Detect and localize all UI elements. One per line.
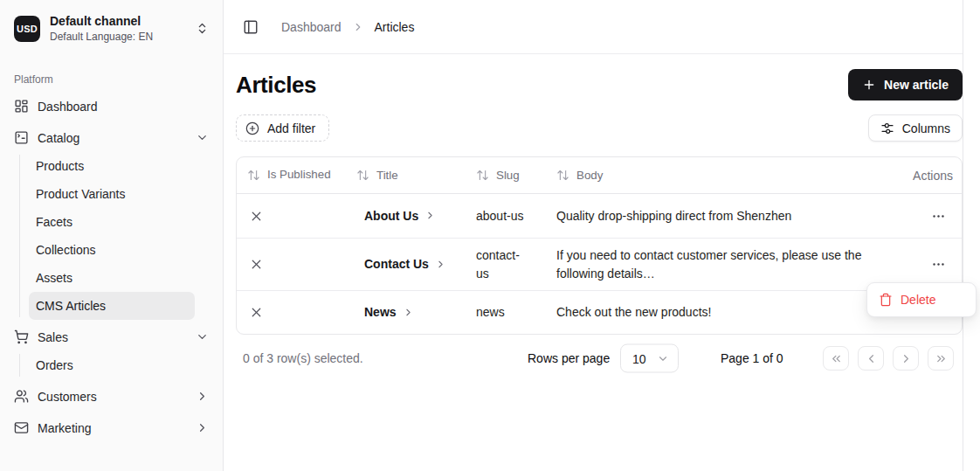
row-title-text: News [364,303,397,321]
chevrons-right-icon [935,352,948,365]
channel-switcher[interactable]: USD Default channel Default Language: EN [7,10,216,47]
sidebar-item-cms-articles[interactable]: CMS Articles [29,292,195,320]
chevron-right-icon [424,210,436,221]
circle-plus-icon [245,121,259,135]
row-title-link[interactable]: Contact Us [346,248,466,280]
table-footer: 0 of 3 row(s) selected. Rows per page 10… [243,343,963,374]
dashboard-icon [14,99,29,114]
panel-left-icon [243,19,259,35]
page-title: Articles [236,72,316,99]
sidebar-toggle-button[interactable] [239,16,262,38]
row-actions-cell [883,246,962,282]
previous-page-button[interactable] [858,346,884,371]
next-page-button[interactable] [893,346,919,371]
square-terminal-icon [14,130,29,145]
chevron-left-icon [865,352,878,365]
rows-per-page-value: 10 [632,351,646,365]
row-actions-button[interactable] [926,205,951,227]
sidebar-item-orders[interactable]: Orders [29,351,195,379]
selection-status: 0 of 3 row(s) selected. [243,351,363,365]
sidebar-item-label: Products [36,159,84,173]
ellipsis-icon [931,209,946,224]
sidebar-item-label: Customers [38,390,97,404]
table-row: News news Check out the new products! [237,290,962,334]
add-filter-button[interactable]: Add filter [236,114,329,142]
catalog-sub-list: Products Product Variants Facets Collect… [0,152,223,320]
sidebar-item-products[interactable]: Products [29,152,195,180]
sidebar-section-label: Platform [14,73,209,86]
sidebar-item-dashboard[interactable]: Dashboard [0,93,223,121]
row-actions-menu: Delete [866,282,977,317]
chevron-down-icon [657,352,669,364]
x-not-published-icon [249,257,339,272]
delete-menu-label: Delete [901,293,935,307]
sidebar-item-label: Sales [38,330,68,344]
topbar: Dashboard Articles [224,0,963,54]
sidebar-item-product-variants[interactable]: Product Variants [29,180,195,208]
rows-per-page-select[interactable]: 10 [620,344,679,373]
sort-header-is-published[interactable]: Is Published [237,163,346,187]
sidebar-nav: Dashboard Catalog Products Product Varia… [0,93,223,446]
sort-arrows-icon [476,169,489,182]
sort-header-slug[interactable]: Slug [466,165,546,185]
sidebar-item-label: Orders [36,358,73,372]
column-label: Slug [496,169,520,182]
chevron-right-icon [196,421,209,434]
new-article-button[interactable]: New article [848,69,963,100]
delete-menu-item[interactable]: Delete [879,293,935,307]
add-filter-label: Add filter [267,121,315,135]
chevron-right-icon [435,259,446,270]
sidebar-item-assets[interactable]: Assets [29,264,195,292]
row-title-link[interactable]: About Us [346,200,466,232]
row-body: Quality drop-shipping direct from Shenzh… [546,200,883,232]
columns-label: Columns [902,121,950,135]
x-not-published-icon [249,305,339,320]
sidebar-item-customers[interactable]: Customers [0,383,223,411]
x-not-published-icon [249,209,339,224]
trash-icon [879,293,893,307]
sidebar-item-marketing[interactable]: Marketing [0,414,223,442]
main-content: Dashboard Articles Articles New article [224,0,963,471]
settings-sliders-icon [880,121,894,135]
articles-table: Is Published Title Slug [236,156,963,335]
breadcrumb-articles: Articles [375,20,415,34]
row-title-link[interactable]: News [346,296,466,328]
breadcrumb-dashboard[interactable]: Dashboard [281,20,342,34]
row-body: If you need to contact customer services… [546,239,883,289]
chevron-right-icon [900,352,913,365]
column-label: Title [376,169,398,182]
chevrons-left-icon [830,352,843,365]
last-page-button[interactable] [928,346,954,371]
row-slug: contact-us [466,239,546,289]
sort-header-body[interactable]: Body [546,165,883,185]
column-label: Body [576,169,603,182]
shopping-cart-icon [14,329,29,344]
columns-button[interactable]: Columns [868,114,963,142]
mail-icon [14,420,29,435]
sort-arrows-icon [356,169,369,182]
column-header-actions: Actions [883,165,962,186]
row-slug: about-us [466,200,546,232]
first-page-button[interactable] [823,346,849,371]
chevron-right-icon [196,390,209,403]
chevron-down-icon [196,330,209,343]
row-actions-button[interactable] [926,253,951,275]
sidebar-item-catalog[interactable]: Catalog [0,124,223,152]
sidebar-item-label: Dashboard [38,100,98,114]
sidebar-item-collections[interactable]: Collections [29,236,195,264]
pagination-controls [823,346,954,371]
sidebar-item-label: Catalog [38,131,79,145]
plus-icon [862,78,876,92]
new-article-label: New article [884,78,949,92]
is-published-cell [237,298,346,327]
column-label: Actions [913,169,953,183]
sidebar: USD Default channel Default Language: EN… [0,0,224,471]
sort-header-title[interactable]: Title [346,165,466,185]
channel-language: Default Language: EN [50,31,153,44]
sidebar-item-facets[interactable]: Facets [29,208,195,236]
sidebar-item-label: CMS Articles [36,299,106,313]
page-indicator: Page 1 of 0 [721,351,783,365]
row-body: Check out the new products! [546,296,883,328]
row-actions-cell [883,198,962,234]
sidebar-item-sales[interactable]: Sales [0,323,223,351]
